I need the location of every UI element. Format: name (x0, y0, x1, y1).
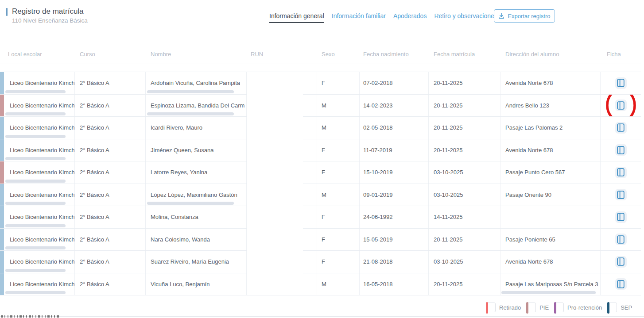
ficha-button[interactable] (615, 100, 627, 111)
cell-local-escolar: Liceo Bicentenario Kimch (10, 102, 74, 109)
cell-fecha-matricula: 03-10-2025 (429, 251, 500, 273)
page-title: Registro de matrícula (12, 7, 88, 16)
local-overflow-scrollbar[interactable] (5, 269, 66, 272)
tab-bar: Información general Información familiar… (269, 12, 497, 23)
local-overflow-scrollbar[interactable] (5, 291, 66, 294)
cell-direccion: Pasaje Las Palomas 2 (505, 124, 563, 131)
legend-color-box (554, 303, 564, 312)
cell-direccion: Avenida Norte 678 (505, 258, 553, 265)
ficha-button[interactable] (615, 278, 627, 290)
cell-direccion: Pasaje Las Mariposas S/n Parcela 3 (505, 281, 598, 287)
tab-informacion-familiar[interactable]: Información familiar (332, 12, 386, 23)
registro-matricula-screen: Registro de matrícula 110 Nivel Enseñanz… (0, 0, 644, 318)
cell-local-escolar: Liceo Bicentenario Kimch (10, 169, 74, 176)
cell-nombre: Molina, Constanza (151, 214, 198, 220)
ficha-button[interactable] (615, 167, 627, 178)
cell-nombre: Nara Colosimo, Wanda (151, 236, 210, 243)
legend-color-box (607, 303, 617, 312)
cell-nombre: López López, Maximiliano Gastón (151, 192, 237, 198)
cell-curso: 2° Básico A (75, 72, 146, 94)
ficha-button[interactable] (615, 189, 627, 200)
cell-local-escolar: Liceo Bicentenario Kimch (10, 214, 74, 220)
column-header-fecha-matricula: Fecha matrícula (429, 51, 500, 57)
name-overflow-scrollbar[interactable] (147, 202, 234, 205)
local-overflow-scrollbar[interactable] (5, 202, 66, 205)
cell-local-escolar: Liceo Bicentenario Kimch (10, 258, 74, 265)
tab-informacion-general[interactable]: Información general (269, 12, 324, 23)
export-button[interactable]: Exportar registro (494, 9, 555, 23)
legend-item: Retirado (486, 303, 521, 312)
cell-curso: 2° Básico A (75, 139, 146, 161)
ficha-panel-icon (617, 257, 625, 266)
cell-fecha-matricula: 20-11-2025 (429, 273, 500, 295)
name-overflow-scrollbar[interactable] (147, 112, 234, 115)
row-indicator (0, 139, 4, 161)
cell-sexo: M (317, 95, 360, 117)
name-overflow-scrollbar[interactable] (147, 90, 234, 93)
table-row: Liceo Bicentenario Kimch 2° Básico A Lóp… (0, 184, 641, 207)
clipped-text-fragment (1, 315, 60, 318)
cell-fecha-nacimiento: 07-02-2018 (360, 72, 429, 94)
column-header-direccion: Dirección del alumno (500, 51, 601, 57)
cell-sexo: M (317, 273, 360, 295)
tab-apoderados[interactable]: Apoderados (393, 12, 427, 23)
table-header: Local escolar Curso Nombre RUN Sexo Fech… (0, 44, 641, 64)
row-indicator (0, 184, 4, 206)
legend-label: PIE (539, 304, 549, 311)
local-overflow-scrollbar[interactable] (5, 112, 66, 115)
cell-local-escolar: Liceo Bicentenario Kimch (10, 80, 74, 86)
ficha-panel-icon (617, 101, 625, 110)
table-body: Liceo Bicentenario Kimch 2° Básico A Ard… (0, 72, 641, 295)
ficha-panel-icon (617, 79, 625, 87)
cell-sexo: F (317, 139, 360, 161)
cell-direccion: Pasaje Poniente 65 (505, 236, 555, 243)
ficha-button[interactable] (615, 144, 627, 156)
row-indicator (0, 273, 4, 295)
cell-curso: 2° Básico A (75, 229, 146, 251)
cell-sexo: F (317, 72, 360, 94)
ficha-button[interactable] (615, 122, 627, 134)
legend-color-bar (526, 302, 528, 314)
cell-nombre: Jiménez Queen, Susana (151, 147, 213, 153)
ficha-panel-icon (617, 213, 625, 221)
legend-color-bar (486, 302, 488, 314)
local-overflow-scrollbar[interactable] (5, 135, 66, 138)
cell-nombre: Ardohain Vicuña, Carolina Pampita (151, 80, 240, 86)
ficha-button[interactable] (615, 211, 627, 223)
row-indicator (0, 95, 4, 117)
legend-color-bar (554, 302, 556, 314)
cell-curso: 2° Básico A (75, 273, 146, 295)
row-indicator (0, 229, 4, 251)
legend-color-bar (607, 302, 609, 314)
local-overflow-scrollbar[interactable] (5, 157, 66, 160)
local-overflow-scrollbar[interactable] (5, 246, 66, 249)
cell-fecha-matricula: 20-11-2025 (429, 229, 500, 251)
row-indicator (0, 206, 4, 228)
cell-nombre: Latorre Reyes, Yanina (151, 169, 207, 176)
cell-nombre: Vicuña Luco, Benjamín (151, 281, 209, 287)
column-header-nombre: Nombre (146, 51, 247, 57)
local-overflow-scrollbar[interactable] (5, 224, 66, 227)
cell-curso: 2° Básico A (75, 95, 146, 117)
cell-fecha-matricula: 20-11-2025 (429, 95, 500, 117)
address-overflow-scrollbar[interactable] (501, 291, 596, 294)
cell-fecha-nacimiento: 09-01-2019 (360, 184, 429, 206)
legend-label: SEP (621, 304, 632, 311)
tab-retiro-observaciones[interactable]: Retiro y observaciones (434, 12, 497, 23)
cell-direccion: Avenida Norte 678 (505, 80, 553, 86)
cell-fecha-matricula: 20-11-2025 (429, 139, 500, 161)
cell-curso: 2° Básico A (75, 117, 146, 139)
ficha-button[interactable] (615, 256, 627, 268)
cell-fecha-nacimiento: 24-06-1992 (360, 206, 429, 228)
ficha-panel-icon (617, 146, 625, 154)
local-overflow-scrollbar[interactable] (5, 180, 66, 183)
ficha-button[interactable] (615, 234, 627, 245)
cell-sexo: F (317, 229, 360, 251)
row-indicator (0, 72, 4, 94)
cell-sexo: M (317, 117, 360, 139)
legend-item: Pro-retención (554, 303, 602, 312)
page-title-block: Registro de matrícula 110 Nivel Enseñanz… (6, 7, 88, 24)
local-overflow-scrollbar[interactable] (5, 90, 66, 93)
ficha-button[interactable] (615, 77, 627, 89)
cell-direccion: Pasaje Oriente 90 (505, 192, 551, 198)
